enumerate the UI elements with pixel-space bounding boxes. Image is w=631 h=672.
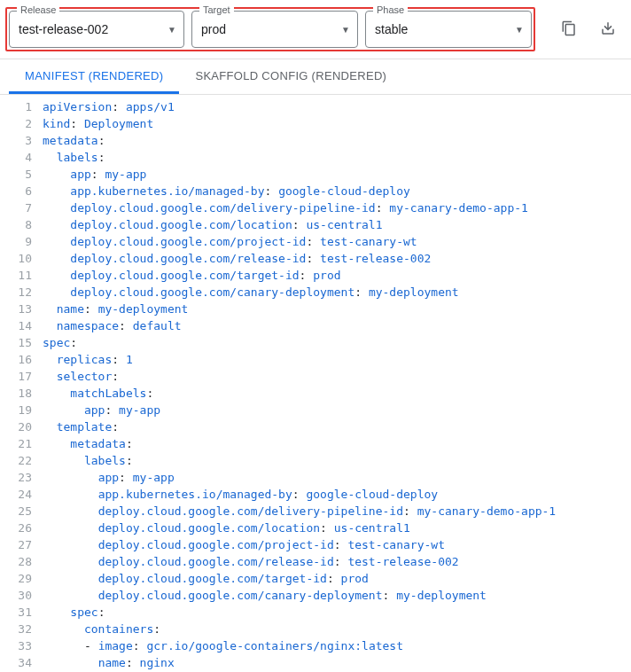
phase-value: stable: [375, 22, 515, 36]
tabs: MANIFEST (RENDERED) SKAFFOLD CONFIG (REN…: [0, 59, 631, 95]
release-value: test-release-002: [19, 22, 167, 36]
top-bar: Release test-release-002 ▼ Target prod ▼…: [0, 0, 631, 59]
line-gutter: 1234567891011121314151617181920212223242…: [0, 95, 43, 672]
tab-label: MANIFEST (RENDERED): [25, 69, 163, 82]
chevron-down-icon: ▼: [167, 25, 176, 35]
tab-skaffold[interactable]: SKAFFOLD CONFIG (RENDERED): [179, 59, 402, 94]
release-label: Release: [17, 5, 59, 15]
chevron-down-icon: ▼: [341, 25, 350, 35]
phase-label: Phase: [373, 5, 408, 15]
tab-label: SKAFFOLD CONFIG (RENDERED): [195, 69, 386, 82]
code-editor: 1234567891011121314151617181920212223242…: [0, 95, 631, 672]
target-label: Target: [199, 5, 234, 15]
release-dropdown[interactable]: Release test-release-002 ▼: [9, 11, 184, 48]
target-dropdown[interactable]: Target prod ▼: [191, 11, 358, 48]
target-value: prod: [201, 22, 341, 36]
tab-manifest[interactable]: MANIFEST (RENDERED): [9, 59, 179, 94]
copy-button[interactable]: [553, 13, 585, 45]
download-button[interactable]: [592, 13, 624, 45]
dropdowns-highlight: Release test-release-002 ▼ Target prod ▼…: [5, 7, 535, 51]
phase-dropdown[interactable]: Phase stable ▼: [365, 11, 532, 48]
copy-icon: [561, 20, 577, 39]
code-content[interactable]: apiVersion: apps/v1kind: Deploymentmetad…: [43, 95, 631, 672]
download-icon: [600, 20, 616, 39]
chevron-down-icon: ▼: [515, 25, 524, 35]
